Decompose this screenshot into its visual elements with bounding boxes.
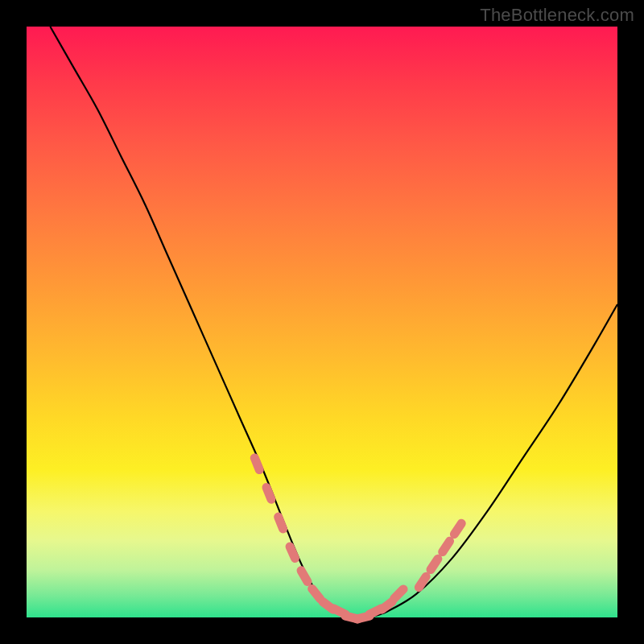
highlight-dash: [279, 517, 283, 529]
highlight-dots: [254, 458, 461, 619]
highlight-dash: [443, 541, 450, 551]
watermark-text: TheBottleneck.com: [480, 5, 634, 26]
highlight-dash: [419, 576, 426, 587]
highlight-dash: [290, 547, 295, 559]
highlight-dash: [301, 571, 308, 582]
bottleneck-curve-svg: [27, 27, 617, 617]
highlight-dash: [266, 487, 271, 499]
highlight-dash: [394, 589, 403, 598]
chart-frame: TheBottleneck.com: [0, 0, 644, 644]
highlight-dash: [382, 602, 392, 610]
highlight-dash: [312, 588, 320, 598]
highlight-dash: [254, 458, 259, 470]
highlight-dash: [454, 523, 461, 534]
bottleneck-curve: [50, 27, 617, 618]
highlight-dash: [431, 559, 438, 569]
